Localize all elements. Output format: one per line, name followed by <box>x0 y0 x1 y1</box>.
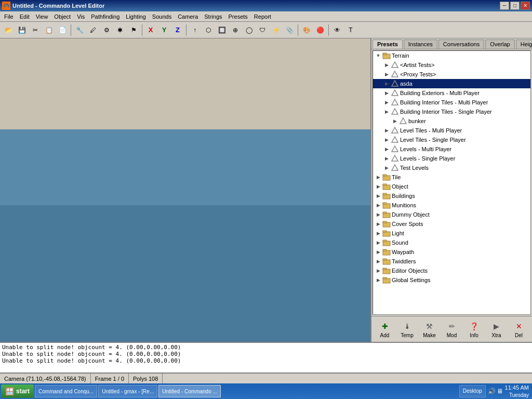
tree-expander[interactable]: ▶ <box>374 201 382 209</box>
tree-expander[interactable]: ▶ <box>382 70 391 78</box>
menu-item-vis[interactable]: Vis <box>74 12 88 21</box>
tree-expander[interactable]: ▶ <box>374 173 382 181</box>
tree-expander[interactable]: ▶ <box>382 108 391 116</box>
toolbar-btn[interactable]: ⚑ <box>127 24 140 36</box>
viewport[interactable] <box>0 38 371 342</box>
toolbar-btn[interactable]: ⚙ <box>100 24 113 36</box>
panel-btn-make[interactable]: ⚒Make <box>420 320 438 338</box>
panel-btn-info[interactable]: ❓Info <box>465 320 483 338</box>
panel-tab-conversations[interactable]: Conversations <box>438 39 484 49</box>
tree-container[interactable]: ▼Terrain▶<Artist Tests>▶<Proxy Tests>▶as… <box>373 50 531 315</box>
tree-node-waypath[interactable]: ▶Waypath <box>373 247 530 257</box>
menu-item-report[interactable]: Report <box>251 12 274 21</box>
menu-item-camera[interactable]: Camera <box>175 12 201 21</box>
tree-expander[interactable]: ▶ <box>374 238 382 247</box>
tree-node-building-int-multi[interactable]: ▶Building Interior Tiles - Multi Player <box>373 98 530 107</box>
maximize-button[interactable]: □ <box>510 2 520 10</box>
panel-btn-mod[interactable]: ✏Mod <box>443 320 461 338</box>
tree-expander[interactable]: ▶ <box>382 154 391 163</box>
taskbar-app-btn[interactable]: Untitled - gmax - [Re... <box>98 385 157 397</box>
tree-expander[interactable]: ▶ <box>382 145 391 153</box>
tree-node-bunker[interactable]: ▶bunker <box>373 116 530 126</box>
menu-item-lighting[interactable]: Lighting <box>123 12 149 21</box>
menu-item-presets[interactable]: Presets <box>225 12 251 21</box>
tree-node-editor-objects[interactable]: ▶Editor Objects <box>373 266 530 275</box>
tree-expander[interactable]: ▶ <box>374 192 382 200</box>
tree-expander[interactable]: ▶ <box>382 98 391 107</box>
toolbar-btn[interactable]: 📎 <box>283 24 296 36</box>
toolbar-btn[interactable]: ↑ <box>189 24 201 36</box>
tree-node-cover-spots[interactable]: ▶Cover Spots <box>373 219 530 229</box>
tree-expander[interactable]: ▶ <box>382 126 391 135</box>
tree-node-artist-tests[interactable]: ▶<Artist Tests> <box>373 60 530 70</box>
toolbar-btn[interactable]: Y <box>158 24 170 36</box>
tree-node-level-tiles-single[interactable]: ▶Level Tiles - Single Player <box>373 135 530 144</box>
menu-item-view[interactable]: View <box>33 12 51 21</box>
tree-expander[interactable]: ▶ <box>382 89 391 97</box>
tree-node-light[interactable]: ▶Light <box>373 229 530 238</box>
tree-node-dummy-object[interactable]: ▶Dummy Object <box>373 210 530 219</box>
tree-expander[interactable]: ▶ <box>374 182 382 191</box>
tree-node-asda[interactable]: ▶asda <box>373 79 530 88</box>
tree-expander[interactable]: ▶ <box>374 276 382 284</box>
toolbar-btn[interactable]: X <box>144 24 157 36</box>
tree-expander[interactable]: ▶ <box>391 117 399 125</box>
tree-node-buildings[interactable]: ▶Buildings <box>373 191 530 201</box>
tree-node-building-ext-multi[interactable]: ▶Building Exteriors - Multi Player <box>373 88 530 98</box>
menu-item-file[interactable]: File <box>1 12 17 21</box>
panel-btn-temp[interactable]: 🌡Temp <box>398 320 416 338</box>
toolbar-btn[interactable]: 💾 <box>16 24 28 36</box>
panel-tab-heightfield[interactable]: Heightfield <box>516 39 532 49</box>
panel-btn-add[interactable]: ✚Add <box>376 320 394 338</box>
panel-btn-xtra[interactable]: ▶Xtra <box>487 320 506 338</box>
menu-item-pathfinding[interactable]: Pathfinding <box>88 12 123 21</box>
tree-expander[interactable]: ▶ <box>374 267 382 275</box>
tree-expander[interactable]: ▶ <box>374 210 382 219</box>
toolbar-btn[interactable]: 👁 <box>331 24 343 36</box>
start-button[interactable]: 🪟 start <box>1 384 34 398</box>
toolbar-btn[interactable]: 📋 <box>43 24 55 36</box>
panel-tab-presets[interactable]: Presets <box>373 39 403 49</box>
toolbar-btn[interactable]: 📄 <box>56 24 69 36</box>
taskbar-app-btn[interactable]: Command and Conqu... <box>35 385 97 397</box>
toolbar-btn[interactable]: 🔴 <box>314 24 326 36</box>
toolbar-btn[interactable]: 🎨 <box>300 24 313 36</box>
tree-expander[interactable]: ▶ <box>382 79 391 88</box>
menu-item-sounds[interactable]: Sounds <box>149 12 175 21</box>
tree-node-level-tiles-multi[interactable]: ▶Level Tiles - Multi Player <box>373 126 530 135</box>
toolbar-btn[interactable]: 🔧 <box>73 24 86 36</box>
tree-node-terrain[interactable]: ▼Terrain <box>373 51 530 60</box>
menu-item-object[interactable]: Object <box>51 12 74 21</box>
tree-node-proxy-tests[interactable]: ▶<Proxy Tests> <box>373 70 530 79</box>
tree-expander[interactable]: ▶ <box>382 61 391 69</box>
toolbar-btn[interactable]: ✱ <box>114 24 126 36</box>
toolbar-btn[interactable]: ✂ <box>29 24 42 36</box>
menu-item-strings[interactable]: Strings <box>201 12 225 21</box>
menu-item-edit[interactable]: Edit <box>17 12 33 21</box>
toolbar-btn[interactable]: 🖊 <box>87 24 99 36</box>
close-button[interactable]: ✕ <box>521 2 530 10</box>
tree-node-twiddlers[interactable]: ▶Twiddlers <box>373 257 530 266</box>
panel-tab-overlap[interactable]: Overlap <box>485 39 515 49</box>
tree-node-object[interactable]: ▶Object <box>373 182 530 191</box>
tree-node-munitions[interactable]: ▶Munitions <box>373 201 530 210</box>
minimize-button[interactable]: ─ <box>500 2 509 10</box>
tree-expander[interactable]: ▶ <box>374 229 382 237</box>
toolbar-btn[interactable]: ⬡ <box>202 24 215 36</box>
toolbar-btn[interactable]: 📂 <box>2 24 15 36</box>
taskbar-app-btn[interactable]: Untitled - Commando ... <box>158 385 221 397</box>
tree-expander[interactable]: ▶ <box>382 136 391 144</box>
toolbar-btn[interactable]: ⚡ <box>270 24 282 36</box>
tree-node-levels-multi[interactable]: ▶Levels - Multi Player <box>373 144 530 154</box>
tree-expander[interactable]: ▶ <box>382 164 391 172</box>
tree-expander[interactable]: ▶ <box>374 257 382 265</box>
toolbar-btn[interactable]: 🔲 <box>216 24 228 36</box>
tree-expander[interactable]: ▶ <box>374 220 382 228</box>
tree-node-sound[interactable]: ▶Sound <box>373 238 530 247</box>
toolbar-btn[interactable]: T <box>344 24 357 36</box>
tree-node-building-int-single[interactable]: ▶Building Interior Tiles - Single Player <box>373 107 530 116</box>
tree-node-tile[interactable]: ▶Tile <box>373 172 530 182</box>
toolbar-btn[interactable]: Z <box>171 24 184 36</box>
tree-expander[interactable]: ▼ <box>374 51 382 60</box>
toolbar-btn[interactable]: ⊕ <box>229 24 242 36</box>
